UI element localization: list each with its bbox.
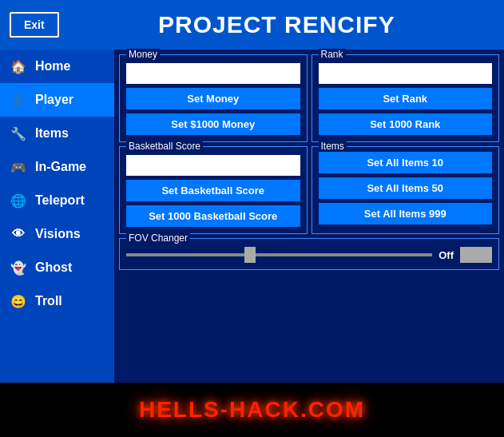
set-money-button[interactable]: Set Money — [126, 88, 300, 109]
items-icon: 🔧 — [10, 125, 27, 142]
sidebar-item-items[interactable]: 🔧 Items — [0, 117, 114, 150]
ghost-icon: 👻 — [10, 259, 27, 276]
sidebar-label-ingame: In-Game — [35, 160, 86, 174]
fov-panel-label: FOV Changer — [126, 232, 190, 244]
fov-panel: FOV Changer Off — [119, 238, 499, 270]
set-1000-basketball-button[interactable]: Set 1000 Basketball Score — [126, 205, 300, 227]
player-icon: 👤 — [10, 91, 27, 109]
set-1000-rank-button[interactable]: Set 1000 Rank — [319, 113, 493, 135]
sidebar-item-troll[interactable]: 😄 Troll — [0, 284, 114, 318]
teleport-icon: 🌐 — [10, 192, 27, 209]
fov-toggle-button[interactable] — [460, 247, 492, 263]
row-basketball-items: Basketball Score Set Basketball Score Se… — [119, 146, 499, 234]
set-items-50-button[interactable]: Set All Items 50 — [319, 177, 493, 199]
fov-row: Off — [126, 247, 492, 263]
set-items-10-button[interactable]: Set All Items 10 — [319, 152, 493, 173]
sidebar-label-home: Home — [35, 59, 70, 73]
items-panel-label: Items — [319, 141, 347, 152]
fov-slider[interactable] — [126, 253, 432, 256]
money-input[interactable] — [126, 63, 300, 84]
header: Exit PROJECT RENCIFY — [0, 0, 504, 50]
basketball-input[interactable] — [126, 155, 300, 176]
sidebar-label-teleport: Teleport — [35, 193, 85, 208]
sidebar-label-items: Items — [35, 126, 69, 141]
basketball-panel-label: Basketball Score — [126, 141, 203, 152]
basketball-panel: Basketball Score Set Basketball Score Se… — [119, 146, 308, 234]
troll-icon: 😄 — [10, 292, 27, 310]
rank-panel: Rank Set Rank Set 1000 Rank — [312, 54, 500, 142]
content-area: Money Set Money Set $1000 Money Rank Set… — [114, 50, 504, 383]
visions-icon: 👁 — [10, 225, 27, 243]
rank-panel-label: Rank — [319, 49, 346, 60]
sidebar-label-troll: Troll — [35, 294, 62, 308]
rank-input[interactable] — [319, 63, 493, 84]
set-basketball-button[interactable]: Set Basketball Score — [126, 180, 300, 201]
set-rank-button[interactable]: Set Rank — [319, 88, 493, 109]
ingame-icon: 🎮 — [10, 158, 27, 176]
set-items-999-button[interactable]: Set All Items 999 — [319, 203, 493, 224]
set-1000-money-button[interactable]: Set $1000 Money — [126, 113, 300, 135]
home-icon: 🏠 — [10, 58, 27, 75]
exit-button[interactable]: Exit — [10, 12, 59, 38]
money-panel-label: Money — [126, 49, 160, 60]
sidebar-item-ghost[interactable]: 👻 Ghost — [0, 251, 114, 284]
sidebar-item-ingame[interactable]: 🎮 In-Game — [0, 150, 114, 184]
banner-text: HELLS-HACK.COM — [139, 397, 365, 423]
sidebar-item-home[interactable]: 🏠 Home — [0, 50, 114, 83]
sidebar-label-ghost: Ghost — [35, 260, 72, 275]
sidebar-item-teleport[interactable]: 🌐 Teleport — [0, 184, 114, 217]
sidebar-item-visions[interactable]: 👁 Visions — [0, 217, 114, 251]
footer-banner: HELLS-HACK.COM — [0, 383, 504, 437]
sidebar: 🏠 Home 👤 Player 🔧 Items 🎮 In-Game 🌐 Tele… — [0, 50, 114, 383]
sidebar-label-visions: Visions — [35, 227, 81, 241]
sidebar-label-player: Player — [35, 93, 73, 107]
fov-off-label: Off — [439, 249, 454, 261]
money-panel: Money Set Money Set $1000 Money — [119, 54, 308, 142]
row-money-rank: Money Set Money Set $1000 Money Rank Set… — [119, 54, 499, 142]
app-title: PROJECT RENCIFY — [59, 11, 494, 38]
items-panel: Items Set All Items 10 Set All Items 50 … — [312, 146, 500, 234]
sidebar-item-player[interactable]: 👤 Player — [0, 83, 114, 117]
main-layout: 🏠 Home 👤 Player 🔧 Items 🎮 In-Game 🌐 Tele… — [0, 50, 504, 383]
